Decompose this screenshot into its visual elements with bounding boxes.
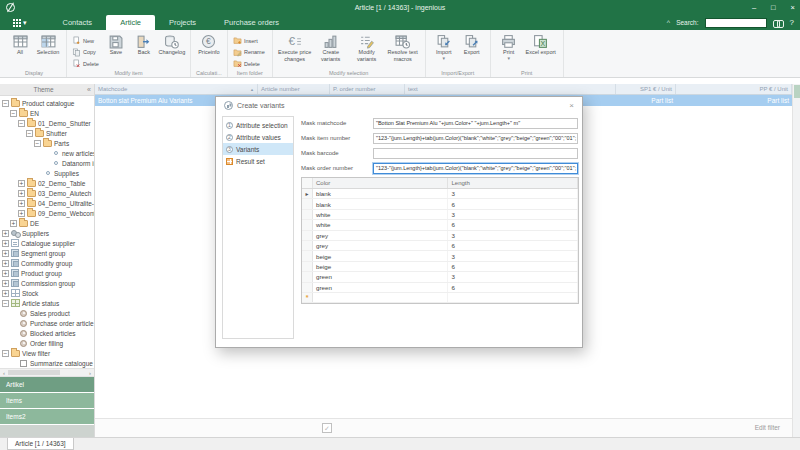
app-menu-button[interactable]: ▾ bbox=[13, 19, 27, 27]
modify-variants-button[interactable]: Modify variants bbox=[349, 32, 385, 62]
variant-row[interactable]: ▸blank3 bbox=[302, 189, 578, 199]
help-icon[interactable]: ? bbox=[790, 18, 794, 27]
tree-item-09-demo-webcontrols[interactable]: +09_Demo_Webcontrols bbox=[0, 208, 94, 218]
variant-row[interactable]: beige3 bbox=[302, 251, 578, 261]
variant-row[interactable]: grey6 bbox=[302, 241, 578, 251]
tree-item-article-status[interactable]: −Article status bbox=[0, 298, 94, 308]
expand-icon[interactable]: + bbox=[18, 180, 25, 187]
column-header-article-number[interactable]: Article number bbox=[258, 84, 330, 94]
tree-item-view-filter[interactable]: −View filter bbox=[0, 348, 94, 358]
column-header-color[interactable]: Color bbox=[313, 178, 448, 188]
column-header-pp-unit[interactable]: PP € / Unit bbox=[676, 84, 792, 94]
tree-item-purchase-order-article[interactable]: +Purchase order article bbox=[0, 318, 94, 328]
tree-item-sales-product[interactable]: +Sales product bbox=[0, 308, 94, 318]
input-mask-barcode[interactable] bbox=[373, 148, 578, 159]
variant-row[interactable]: blank6 bbox=[302, 199, 578, 209]
input-mask-item-number[interactable]: "123-"{jum.Length}+tab(jum.Color)("blank… bbox=[373, 133, 578, 144]
sidebar-hscrollbar[interactable]: ‹ › bbox=[0, 368, 94, 377]
minimize-button[interactable]: – bbox=[752, 3, 756, 12]
wizard-step-attribute-values[interactable]: 2Attribute values bbox=[223, 131, 293, 143]
variant-row[interactable]: green6 bbox=[302, 283, 578, 293]
column-header-sp1-unit[interactable]: SP1 € / Unit bbox=[616, 84, 676, 94]
binoculars-search-icon[interactable] bbox=[773, 19, 784, 27]
edit-filter-link[interactable]: Edit filter bbox=[755, 424, 780, 431]
delete-button[interactable]: Delete bbox=[233, 59, 265, 68]
tree-item-03-demo-alutech[interactable]: +03_Demo_Alutech bbox=[0, 188, 94, 198]
expand-icon[interactable]: + bbox=[18, 200, 25, 207]
variant-row[interactable]: beige6 bbox=[302, 262, 578, 272]
tree-item-commodity-group[interactable]: +Commodity group bbox=[0, 258, 94, 268]
tree-item-product-catalogue[interactable]: −Product catalogue bbox=[0, 98, 94, 108]
import-button[interactable]: Import▾ bbox=[430, 32, 458, 61]
scroll-left-icon[interactable]: ‹ bbox=[0, 370, 8, 376]
variant-row[interactable]: white3 bbox=[302, 210, 578, 220]
export-button[interactable]: Export bbox=[458, 32, 486, 56]
tree-item-supplies[interactable]: +Supplies bbox=[0, 168, 94, 178]
hscroll-thumb[interactable] bbox=[8, 370, 60, 375]
create-variants-button[interactable]: Create variants bbox=[313, 32, 349, 62]
expand-icon[interactable]: + bbox=[18, 190, 25, 197]
expand-icon[interactable]: + bbox=[2, 240, 9, 247]
execute-price-changes-button[interactable]: €Execute price changes bbox=[277, 32, 313, 62]
tree-item-suppliers[interactable]: +Suppliers bbox=[0, 228, 94, 238]
save-button[interactable]: Save bbox=[102, 32, 130, 56]
scroll-right-icon[interactable]: › bbox=[86, 370, 94, 376]
tree-item-de[interactable]: +DE bbox=[0, 218, 94, 228]
back-button[interactable]: Back bbox=[130, 32, 158, 56]
filter-checkbox[interactable]: ✓ bbox=[322, 423, 332, 433]
expand-icon[interactable]: + bbox=[2, 280, 9, 287]
panel-items[interactable]: Items bbox=[0, 393, 94, 408]
selection-button[interactable]: Selection bbox=[34, 32, 62, 56]
resolve-text-macros-button[interactable]: Resolve text macros bbox=[385, 32, 421, 62]
column-header-p-order-number[interactable]: P. order number bbox=[330, 84, 405, 94]
insert-button[interactable]: Insert bbox=[233, 36, 265, 45]
dialog-close-icon[interactable]: × bbox=[569, 101, 574, 110]
changelog-button[interactable]: Changelog bbox=[158, 32, 186, 56]
tree-item-catalogue-supplier[interactable]: +Catalogue supplier bbox=[0, 238, 94, 248]
variant-row[interactable]: grey3 bbox=[302, 231, 578, 241]
collapse-icon[interactable]: − bbox=[2, 300, 9, 307]
copy-button[interactable]: Copy bbox=[72, 48, 99, 57]
status-tab-article[interactable]: Article [1 / 14363] bbox=[7, 438, 74, 450]
delete-button[interactable]: Delete bbox=[72, 59, 99, 68]
excel-export-button[interactable]: XExcel export bbox=[523, 32, 559, 56]
tab-projects[interactable]: Projects bbox=[155, 15, 210, 30]
tree-item-02-demo-table[interactable]: +02_Demo_Table bbox=[0, 178, 94, 188]
expand-icon[interactable]: + bbox=[2, 260, 9, 267]
collapse-icon[interactable]: − bbox=[18, 120, 25, 127]
maximize-button[interactable]: □ bbox=[771, 3, 776, 12]
collapse-icon[interactable]: − bbox=[10, 110, 17, 117]
vscroll-thumb[interactable] bbox=[794, 85, 800, 98]
tree-item-summarize-catalogue[interactable]: +Summarize catalogue bbox=[0, 358, 94, 368]
input-mask-order-number[interactable]: "123-"{jum.Length}+tab(jum.Color)("blank… bbox=[373, 163, 578, 174]
panel-artikel[interactable]: Artikel bbox=[0, 377, 94, 392]
expand-icon[interactable]: + bbox=[2, 250, 9, 257]
tab-contacts[interactable]: Contacts bbox=[49, 15, 107, 30]
wizard-step-variants[interactable]: 3Variants bbox=[223, 143, 293, 155]
tree-item-en[interactable]: −EN bbox=[0, 108, 94, 118]
wizard-step-attribute-selection[interactable]: 1Attribute selection bbox=[223, 119, 293, 131]
sidebar-collapse-icon[interactable]: « bbox=[87, 86, 91, 93]
tree-item-new-articles[interactable]: +new articles bbox=[0, 148, 94, 158]
tab-article[interactable]: Article bbox=[106, 15, 155, 30]
wizard-step-result-set[interactable]: Result set bbox=[223, 155, 293, 167]
collapse-icon[interactable]: − bbox=[2, 100, 9, 107]
tree-item-shutter[interactable]: −Shutter bbox=[0, 128, 94, 138]
input-mask-matchcode[interactable]: "Botton Slat Premium Alu "+jum.Color+" "… bbox=[373, 118, 578, 129]
tree-item-datanorm-import[interactable]: +Datanorm import bbox=[0, 158, 94, 168]
collapse-icon[interactable]: − bbox=[2, 350, 9, 357]
tree-item-commission-group[interactable]: +Commission group bbox=[0, 278, 94, 288]
column-header-length[interactable]: Length bbox=[448, 178, 578, 188]
expand-icon[interactable]: + bbox=[2, 230, 9, 237]
tree-item-stock[interactable]: +Stock bbox=[0, 288, 94, 298]
variant-row[interactable]: white6 bbox=[302, 220, 578, 230]
priceinfo-button[interactable]: €Priceinfo bbox=[195, 32, 223, 56]
collapse-ribbon-icon[interactable]: ^ bbox=[667, 19, 670, 26]
expand-icon[interactable]: + bbox=[18, 210, 25, 217]
tree-item-parts[interactable]: −Parts bbox=[0, 138, 94, 148]
new-button[interactable]: New bbox=[72, 36, 99, 45]
vertical-scrollbar[interactable] bbox=[792, 84, 800, 437]
column-header-text[interactable]: text bbox=[405, 84, 616, 94]
all-button[interactable]: All bbox=[6, 32, 34, 56]
tree-item-order-filling[interactable]: +Order filling bbox=[0, 338, 94, 348]
